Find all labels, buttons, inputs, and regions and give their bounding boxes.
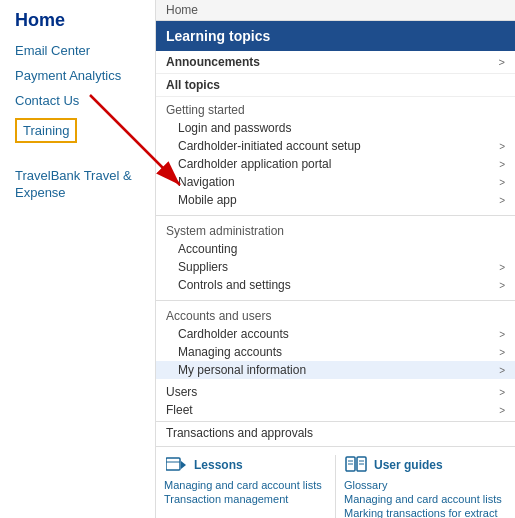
list-item[interactable]: Suppliers > [156, 258, 515, 276]
learning-topics-header: Learning topics [156, 21, 515, 51]
sidebar-item-payment-analytics[interactable]: Payment Analytics [15, 68, 155, 83]
user-guides-panel: User guides Glossary Managing and card a… [336, 455, 515, 518]
list-item-my-personal-info[interactable]: My personal information > [156, 361, 515, 379]
user-guides-header: User guides [344, 455, 507, 475]
list-item[interactable]: Login and passwords [156, 119, 515, 137]
group-title-sysadmin: System administration [156, 222, 515, 240]
ug-link-1[interactable]: Glossary [344, 479, 507, 491]
list-item[interactable]: Cardholder accounts > [156, 325, 515, 343]
ug-link-2[interactable]: Managing and card account lists [344, 493, 507, 505]
group-title-accounts: Accounts and users [156, 307, 515, 325]
breadcrumb: Home [156, 0, 515, 21]
svg-marker-4 [181, 461, 186, 469]
ug-link-3[interactable]: Marking transactions for extract [344, 507, 507, 518]
bottom-panels-top: Lessons Managing and card account lists … [156, 446, 515, 518]
group-title-getting-started: Getting started [156, 101, 515, 119]
sidebar-item-email-center[interactable]: Email Center [15, 43, 155, 58]
list-item[interactable]: Navigation > [156, 173, 515, 191]
list-item[interactable]: Controls and settings > [156, 276, 515, 294]
group-system-admin: System administration Accounting Supplie… [156, 218, 515, 298]
lessons-link-1[interactable]: Managing and card account lists [164, 479, 327, 491]
lessons-panel-header: Lessons [164, 455, 327, 475]
group-getting-started: Getting started Login and passwords Card… [156, 97, 515, 213]
main-content: Home Learning topics Announcements > All… [155, 0, 515, 518]
lessons-link-2[interactable]: Transaction management [164, 493, 327, 505]
list-item[interactable]: Fleet > [156, 401, 515, 419]
list-item[interactable]: Cardholder-initiated account setup > [156, 137, 515, 155]
lessons-panel: Lessons Managing and card account lists … [156, 455, 336, 518]
list-item[interactable]: Users > [156, 383, 515, 401]
lessons-title: Lessons [194, 458, 243, 472]
sidebar: Home Email Center Payment Analytics Cont… [0, 0, 155, 518]
list-item[interactable]: Managing accounts > [156, 343, 515, 361]
announcements-chevron: > [499, 56, 505, 68]
user-guides-title: User guides [374, 458, 443, 472]
book-icon [344, 455, 368, 475]
list-item-transactions[interactable]: Transactions and approvals [156, 424, 515, 442]
sidebar-home-title: Home [15, 10, 155, 31]
sidebar-item-training[interactable]: Training [15, 118, 77, 143]
list-item[interactable]: Mobile app > [156, 191, 515, 209]
video-icon [164, 455, 188, 475]
sidebar-item-contact-us[interactable]: Contact Us [15, 93, 155, 108]
list-item[interactable]: Cardholder application portal > [156, 155, 515, 173]
svg-rect-2 [166, 458, 180, 470]
all-topics-label: All topics [156, 74, 515, 97]
announcements-label[interactable]: Announcements [166, 55, 260, 69]
list-item[interactable]: Accounting [156, 240, 515, 258]
sidebar-item-travelbank[interactable]: TravelBank Travel & Expense [15, 168, 155, 202]
group-accounts-users: Accounts and users Cardholder accounts >… [156, 303, 515, 383]
